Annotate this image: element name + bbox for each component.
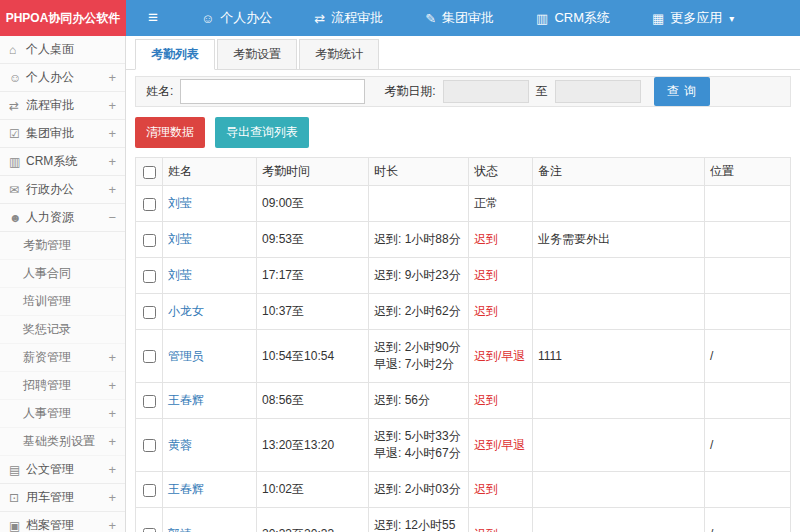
cell-attendance-time: 09:53至	[257, 222, 369, 258]
sidebar-item-label: 用车管理	[26, 489, 74, 506]
people-icon: ☻	[9, 211, 26, 225]
cell-status: 迟到/早退	[469, 330, 533, 383]
nav-item-label: CRM系统	[554, 9, 610, 27]
sidebar-item-archive-management[interactable]: ▣档案管理+	[0, 512, 125, 532]
employee-name-link[interactable]: 管理员	[168, 349, 204, 363]
cell-location: /	[705, 508, 791, 532]
flow-icon: ⇄	[9, 99, 26, 113]
top-navbar: PHPOA协同办公软件 ≡ ☺个人办公⇄流程审批✎集团审批▥CRM系统▦更多应用…	[0, 0, 800, 36]
cell-name: 黄蓉	[163, 419, 257, 472]
tab-attendance-stats[interactable]: 考勤统计	[299, 39, 379, 70]
office-icon: ✉	[9, 183, 26, 197]
nav-item-crm-system[interactable]: ▥CRM系统	[515, 0, 631, 36]
sidebar-item-admin-office[interactable]: ✉行政办公+	[0, 176, 125, 204]
cell-name: 刘莹	[163, 186, 257, 222]
attendance-row: 王春辉10:02至迟到: 2小时03分迟到	[136, 472, 791, 508]
row-checkbox[interactable]	[143, 198, 156, 211]
car-icon: ⊡	[9, 491, 26, 505]
name-filter-label: 姓名:	[146, 83, 173, 100]
cell-attendance-time: 10:02至	[257, 472, 369, 508]
employee-name-link[interactable]: 黄蓉	[168, 438, 192, 452]
cell-duration: 迟到: 2小时90分 早退: 7小时2分	[369, 330, 469, 383]
nav-item-label: 更多应用	[670, 9, 722, 27]
row-checkbox[interactable]	[143, 306, 156, 319]
nav-item-group-approval[interactable]: ✎集团审批	[404, 0, 515, 36]
employee-name-link[interactable]: 郭靖	[168, 527, 192, 532]
employee-name-link[interactable]: 刘莹	[168, 196, 192, 210]
cell-status: 迟到	[469, 222, 533, 258]
date-from-input[interactable]	[443, 80, 529, 103]
sidebar-toggle-icon[interactable]: ≡	[126, 0, 180, 36]
attendance-row: 郭靖20:33至20:33迟到: 12小时55分迟到/	[136, 508, 791, 532]
nav-item-more-apps[interactable]: ▦更多应用▾	[631, 0, 755, 36]
main-content: 考勤列表考勤设置考勤统计 姓名: 考勤日期: 至 查 询 清理数据 导出查询列表	[126, 36, 800, 532]
employee-name-link[interactable]: 王春辉	[168, 393, 204, 407]
row-checkbox[interactable]	[143, 484, 156, 497]
sidebar-subitem-training-management[interactable]: 培训管理	[0, 288, 125, 316]
cell-name: 刘莹	[163, 258, 257, 294]
sidebar-item-document-management[interactable]: ▤公文管理+	[0, 456, 125, 484]
employee-name-link[interactable]: 小龙女	[168, 304, 204, 318]
sidebar-subitem-personnel-management[interactable]: 人事管理+	[0, 400, 125, 428]
cell-name: 王春辉	[163, 383, 257, 419]
row-checkbox[interactable]	[143, 528, 156, 532]
cell-location	[705, 186, 791, 222]
tab-attendance-list[interactable]: 考勤列表	[135, 39, 215, 70]
expand-plus-icon: +	[108, 490, 116, 505]
employee-name-link[interactable]: 刘莹	[168, 232, 192, 246]
cell-duration: 迟到: 56分	[369, 383, 469, 419]
cell-remark	[533, 472, 705, 508]
clean-data-button[interactable]: 清理数据	[135, 117, 205, 148]
sidebar-subitem-recruitment-management[interactable]: 招聘管理+	[0, 372, 125, 400]
cell-remark	[533, 508, 705, 532]
sidebar-item-crm-system[interactable]: ▥CRM系统+	[0, 148, 125, 176]
sidebar-subitem-personnel-contract[interactable]: 人事合同	[0, 260, 125, 288]
cell-name: 管理员	[163, 330, 257, 383]
sidebar: ⌂个人桌面☺个人办公+⇄流程审批+☑集团审批+▥CRM系统+✉行政办公+☻人力资…	[0, 36, 126, 532]
stamp-icon: ☑	[9, 127, 26, 141]
nav-item-label: 个人办公	[220, 9, 272, 27]
export-list-button[interactable]: 导出查询列表	[215, 117, 309, 148]
nav-item-personal-office[interactable]: ☺个人办公	[180, 0, 293, 36]
row-checkbox-cell	[136, 508, 163, 532]
cell-attendance-time: 20:33至20:33	[257, 508, 369, 532]
date-to-input[interactable]	[555, 80, 641, 103]
cell-duration	[369, 186, 469, 222]
row-checkbox[interactable]	[143, 395, 156, 408]
row-checkbox[interactable]	[143, 350, 156, 363]
nav-item-workflow-approval[interactable]: ⇄流程审批	[293, 0, 404, 36]
sidebar-subitem-base-category-settings[interactable]: 基础类别设置+	[0, 428, 125, 456]
sidebar-item-label: 档案管理	[26, 517, 74, 532]
cell-location: /	[705, 330, 791, 383]
sidebar-item-human-resources[interactable]: ☻人力资源−	[0, 204, 125, 232]
row-checkbox[interactable]	[143, 234, 156, 247]
cell-status: 正常	[469, 186, 533, 222]
row-checkbox[interactable]	[143, 270, 156, 283]
tab-attendance-settings[interactable]: 考勤设置	[217, 39, 297, 70]
sidebar-subitem-label: 人事合同	[23, 265, 71, 282]
row-checkbox[interactable]	[143, 439, 156, 452]
cell-remark	[533, 186, 705, 222]
cell-status: 迟到	[469, 294, 533, 330]
nav-item-label: 集团审批	[442, 9, 494, 27]
sidebar-item-personal-desktop[interactable]: ⌂个人桌面	[0, 36, 125, 64]
sidebar-subitem-label: 奖惩记录	[23, 321, 71, 338]
sidebar-subitem-attendance-management[interactable]: 考勤管理	[0, 232, 125, 260]
select-all-checkbox[interactable]	[143, 166, 156, 179]
sidebar-item-vehicle-management[interactable]: ⊡用车管理+	[0, 484, 125, 512]
sidebar-item-workflow-approval[interactable]: ⇄流程审批+	[0, 92, 125, 120]
sidebar-subitem-salary-management[interactable]: 薪资管理+	[0, 344, 125, 372]
sidebar-subitem-reward-punishment-record[interactable]: 奖惩记录	[0, 316, 125, 344]
expand-plus-icon: +	[108, 406, 116, 421]
cell-location	[705, 222, 791, 258]
sidebar-item-personal-office[interactable]: ☺个人办公+	[0, 64, 125, 92]
sidebar-item-group-approval[interactable]: ☑集团审批+	[0, 120, 125, 148]
cell-remark	[533, 294, 705, 330]
employee-name-link[interactable]: 刘莹	[168, 268, 192, 282]
cell-attendance-time: 09:00至	[257, 186, 369, 222]
name-filter-input[interactable]	[180, 79, 365, 104]
cell-attendance-time: 08:56至	[257, 383, 369, 419]
employee-name-link[interactable]: 王春辉	[168, 482, 204, 496]
search-button[interactable]: 查 询	[654, 77, 710, 106]
table-header-row: 姓名考勤时间时长状态备注位置	[136, 158, 791, 186]
